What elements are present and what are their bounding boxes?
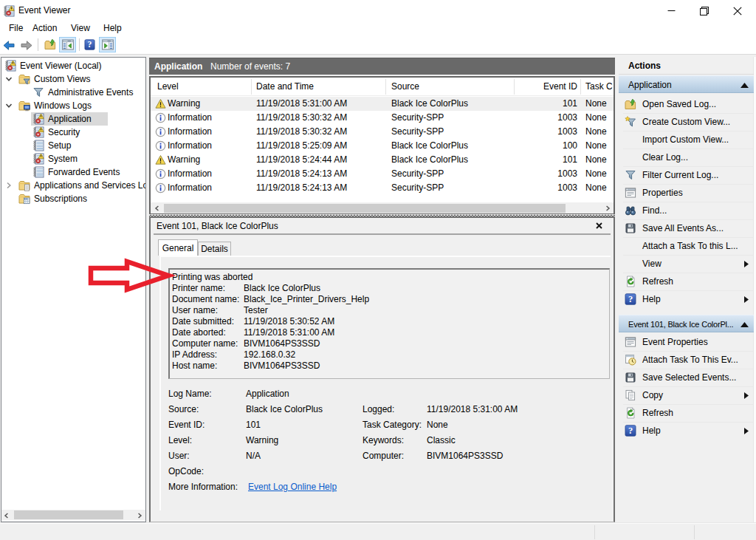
forward-button[interactable] [19,37,35,52]
event-row[interactable]: Information 11/19/2018 5:24:13 AM Securi… [151,167,614,181]
column-header-event-id[interactable]: Event ID [515,78,581,96]
action-attach-task-to-event[interactable]: Attach Task To This Ev... [619,351,754,369]
tree-item-event-viewer-local[interactable]: Event Viewer (Local) [1,59,145,72]
column-separator[interactable] [580,79,581,95]
column-header-date[interactable]: Date and Time [252,78,386,96]
action-filter-current-log[interactable]: Filter Current Log... [619,166,754,184]
collapse-arrow-icon[interactable] [740,83,749,88]
information-icon [155,140,166,151]
tree-item-windows-logs[interactable]: Windows Logs [1,99,145,112]
column-header-task-category[interactable]: Task C [581,78,614,96]
column-header-source[interactable]: Source [386,78,515,96]
tree-item-security[interactable]: Security [1,126,145,139]
scroll-right-icon [137,513,142,519]
chevron-down-icon[interactable] [5,102,13,109]
show-action-pane-button[interactable] [99,37,116,52]
actions-section-event[interactable]: Event 101, Black Ice ColorPl... [619,315,754,332]
tree-horizontal-scrollbar[interactable] [1,510,145,520]
back-button[interactable] [1,37,18,52]
help-button[interactable] [82,37,98,52]
actions-section-application[interactable]: Application [619,75,754,93]
action-help[interactable]: Help [619,290,754,308]
action-import-custom-view[interactable]: Import Custom View... [619,131,754,148]
show-console-tree-button[interactable] [59,37,76,52]
action-copy[interactable]: Copy [619,386,754,404]
event-row[interactable]: Information 11/19/2018 5:24:13 AM Securi… [151,181,614,195]
menu-help[interactable]: Help [103,21,122,35]
event-log-online-help-link[interactable]: Event Log Online Help [248,482,337,492]
field-label: Level: [168,435,192,445]
event-source: Security-SPP [391,111,444,125]
action-view[interactable]: View [619,255,754,273]
action-refresh-event[interactable]: Refresh [619,404,754,422]
minimize-button[interactable] [659,0,684,21]
description-line: Date aborted:11/19/2018 5:31:00 AM [172,327,334,338]
field-value: 101 [246,420,261,430]
menu-action[interactable]: Action [32,21,57,35]
event-description-box: Printing was aborted Printer name:Black … [168,268,610,379]
action-open-saved-log[interactable]: Open Saved Log... [619,95,754,113]
scrollbar-thumb[interactable] [14,510,123,519]
action-save-all-events-as[interactable]: Save All Events As... [619,219,754,237]
column-separator[interactable] [514,79,515,95]
event-viewer-icon [4,60,16,72]
tree-item-setup[interactable]: Setup [1,139,145,152]
scrollbar-thumb[interactable] [164,204,566,213]
chevron-down-icon[interactable] [5,75,13,83]
console-tree-panel: Event Viewer (Local) Custom Views Admini… [1,57,146,522]
action-save-selected-events[interactable]: Save Selected Events... [619,369,754,386]
tree-item-subscriptions[interactable]: Subscriptions [1,192,145,205]
action-refresh[interactable]: Refresh [619,273,754,290]
column-separator[interactable] [251,79,252,95]
action-clear-log[interactable]: Clear Log... [619,148,754,166]
column-separator[interactable] [385,79,386,95]
action-create-custom-view[interactable]: Create Custom View... [619,113,754,131]
event-date: 11/19/2018 5:25:09 AM [256,139,347,153]
event-row[interactable]: Warning 11/19/2018 5:31:00 AM Black Ice … [151,97,614,111]
event-id: 1003 [515,181,577,195]
save-icon [625,372,636,383]
scroll-right-arrow[interactable] [134,510,144,520]
tree-item-administrative-events[interactable]: Administrative Events [1,86,145,99]
action-help-event[interactable]: Help [619,422,754,440]
tab-general[interactable]: General [158,239,198,256]
tree-item-application[interactable]: Application [1,112,145,126]
description-line: IP Address:192.168.0.32 [172,349,295,360]
action-event-properties[interactable]: Event Properties [619,333,754,351]
restore-button[interactable] [692,0,717,21]
tree-item-custom-views[interactable]: Custom Views [1,72,145,86]
action-find[interactable]: Find... [619,202,754,219]
scroll-left-arrow[interactable] [152,202,162,213]
open-saved-log-button[interactable] [42,37,58,52]
event-source: Security-SPP [391,181,444,195]
tab-details[interactable]: Details [198,242,231,256]
description-line: Date submitted:11/19/2018 5:30:52 AM [172,316,334,327]
collapse-arrow-icon[interactable] [740,322,749,327]
event-row[interactable]: Warning 11/19/2018 5:24:44 AM Black Ice … [151,153,614,167]
action-properties[interactable]: Properties [619,184,754,202]
action-attach-task-to-log[interactable]: Attach a Task To this L... [619,237,754,255]
field-value: Classic [427,435,456,445]
preview-close-button[interactable] [594,220,605,232]
event-level: Information [168,167,212,181]
close-button[interactable] [725,0,750,21]
event-row[interactable]: Information 11/19/2018 5:30:32 AM Securi… [151,125,614,139]
menu-view[interactable]: View [71,21,90,35]
column-header-level[interactable]: Level [151,78,252,96]
tree-item-system[interactable]: System [1,152,145,165]
field-label: Source: [168,404,199,414]
tree-item-forwarded-events[interactable]: Forwarded Events [1,165,145,179]
help-icon [84,39,95,50]
event-date: 11/19/2018 5:30:32 AM [256,125,347,139]
menu-file[interactable]: File [9,21,23,35]
scroll-right-arrow[interactable] [602,202,612,213]
event-row[interactable]: Information 11/19/2018 5:25:09 AM Black … [151,139,614,153]
open-folder-icon [625,98,636,110]
events-horizontal-scrollbar[interactable] [151,202,614,213]
chevron-right-icon[interactable] [5,182,13,189]
scroll-left-arrow[interactable] [1,510,11,520]
tree-item-applications-services-logs[interactable]: Applications and Services Lo [1,179,145,192]
event-row[interactable]: Information 11/19/2018 5:30:32 AM Securi… [151,111,614,125]
window-title: Event Viewer [18,0,70,21]
event-task-category: None [585,139,607,153]
